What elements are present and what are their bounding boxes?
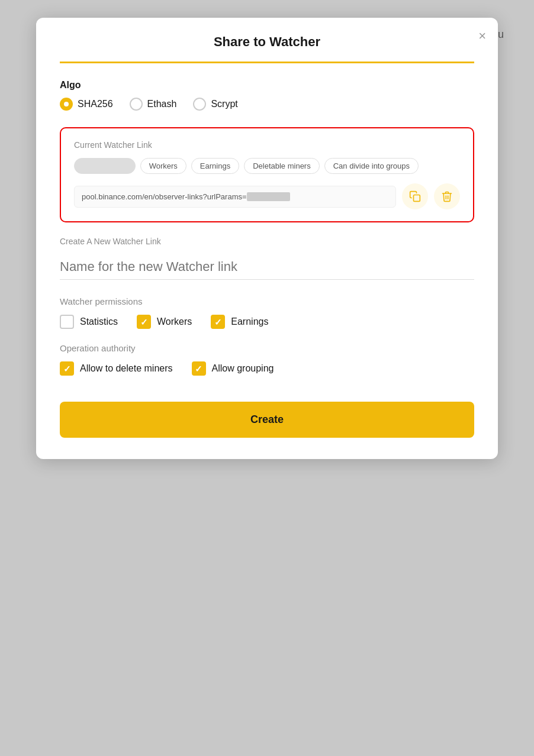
delete-miners-label: Allow to delete miners	[80, 363, 173, 374]
copy-icon	[409, 190, 421, 202]
grouping-label: Allow grouping	[212, 363, 274, 374]
modal-header: Share to Watcher	[36, 18, 498, 62]
link-row: pool.binance.com/en/observer-links?urlPa…	[74, 183, 460, 209]
permission-tags: ████████ Workers Earnings Deletable mine…	[74, 158, 460, 174]
radio-ethash	[130, 98, 143, 111]
operation-delete-miners[interactable]: Allow to delete miners	[60, 361, 173, 376]
tag-workers: Workers	[140, 158, 186, 174]
tag-blurred: ████████	[74, 158, 136, 174]
earnings-label: Earnings	[231, 316, 268, 327]
statistics-label: Statistics	[80, 316, 118, 327]
algo-section: Algo SHA256 Ethash Scrypt	[60, 80, 474, 111]
trash-icon	[441, 190, 453, 202]
checkbox-statistics	[60, 315, 74, 329]
new-watcher-name-input[interactable]	[60, 254, 474, 280]
modal-body: Algo SHA256 Ethash Scrypt	[36, 63, 498, 459]
link-blurred-part: ████████	[247, 192, 291, 201]
permission-workers[interactable]: Workers	[137, 315, 192, 329]
tag-deletable-miners: Deletable miners	[244, 158, 320, 174]
operation-authority-label: Operation authority	[60, 343, 474, 353]
workers-label: Workers	[157, 316, 192, 327]
radio-scrypt	[193, 98, 206, 111]
share-to-watcher-modal: × Share to Watcher Algo SHA256 Ethash	[36, 18, 498, 459]
create-new-title: Create A New Watcher Link	[60, 237, 474, 246]
watcher-permissions-row: Statistics Workers Earnings	[60, 315, 474, 329]
algo-scrypt-label: Scrypt	[211, 99, 237, 109]
current-watcher-box: Current Watcher Link ████████ Workers Ea…	[60, 127, 474, 222]
checkbox-workers	[137, 315, 151, 329]
delete-link-button[interactable]	[434, 183, 460, 209]
create-button[interactable]: Create	[60, 402, 474, 438]
copy-link-button[interactable]	[402, 183, 428, 209]
watcher-permissions-label: Watcher permissions	[60, 296, 474, 306]
watcher-link-text: pool.binance.com/en/observer-links?urlPa…	[74, 186, 396, 208]
checkbox-grouping	[192, 361, 206, 376]
algo-option-ethash[interactable]: Ethash	[130, 98, 177, 111]
current-watcher-title: Current Watcher Link	[74, 140, 460, 150]
algo-option-sha256[interactable]: SHA256	[60, 98, 113, 111]
checkbox-earnings	[211, 315, 225, 329]
operation-grouping[interactable]: Allow grouping	[192, 361, 274, 376]
modal-title: Share to Watcher	[60, 34, 474, 62]
algo-sha256-label: SHA256	[78, 99, 113, 109]
algo-radio-group: SHA256 Ethash Scrypt	[60, 98, 474, 111]
svg-rect-0	[414, 195, 420, 202]
radio-sha256	[60, 98, 73, 111]
operation-authority-row: Allow to delete miners Allow grouping	[60, 361, 474, 376]
algo-ethash-label: Ethash	[147, 99, 177, 109]
checkbox-delete-miners	[60, 361, 74, 376]
tag-earnings: Earnings	[191, 158, 239, 174]
algo-label: Algo	[60, 80, 474, 91]
permission-statistics[interactable]: Statistics	[60, 315, 118, 329]
close-button[interactable]: ×	[478, 28, 486, 44]
algo-option-scrypt[interactable]: Scrypt	[193, 98, 237, 111]
permission-earnings[interactable]: Earnings	[211, 315, 268, 329]
tag-can-divide: Can divide into groups	[324, 158, 419, 174]
